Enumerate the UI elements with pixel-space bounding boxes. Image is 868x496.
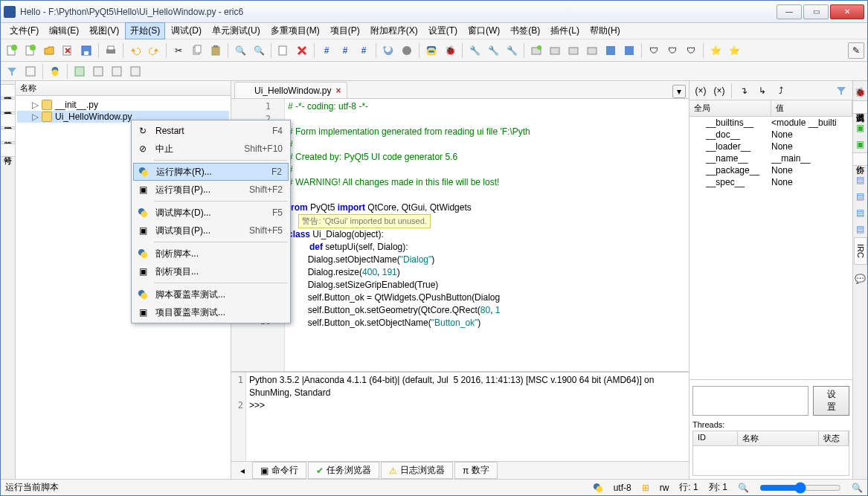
btab-cmd[interactable]: ▣命令行 <box>252 462 306 479</box>
shield3-icon[interactable]: 🛡 <box>683 42 699 59</box>
delete-icon[interactable] <box>294 42 310 59</box>
menu-file[interactable]: 文件(F) <box>5 23 43 39</box>
coop2-icon[interactable]: ▣ <box>852 136 868 152</box>
filter1-icon[interactable] <box>4 63 20 80</box>
bug-icon[interactable]: 🐞 <box>852 84 868 100</box>
find-files-icon[interactable]: 🔍 <box>251 42 267 59</box>
zoom-out-icon[interactable]: 🔍 <box>738 483 749 493</box>
menu-plugins[interactable]: 插件(L) <box>546 23 584 39</box>
variables-list[interactable]: __builtins__<module __builti __doc__None… <box>689 117 852 379</box>
proj2-icon[interactable] <box>547 42 563 59</box>
minimize-button[interactable]: — <box>777 4 802 19</box>
vtab-file-browser[interactable]: 文件浏览器 <box>1 129 16 142</box>
new-icon[interactable] <box>4 42 20 59</box>
menu-coverage-project[interactable]: ▣ 项目覆盖率测试... <box>133 303 289 321</box>
menu-coverage-script[interactable]: 脚本覆盖率测试... <box>133 286 289 303</box>
vtab-coop[interactable]: 协作 <box>852 152 867 166</box>
db3-icon[interactable]: ▤ <box>852 204 868 221</box>
reload-icon[interactable] <box>380 42 396 59</box>
cut-icon[interactable]: ✂ <box>170 42 187 59</box>
bottom-prev-icon[interactable]: ◂ <box>234 463 251 479</box>
menu-run-script[interactable]: 运行脚本(R)...F2 <box>133 163 289 181</box>
menu-run-project[interactable]: ▣ 运行项目(P)...Shift+F2 <box>133 181 289 199</box>
shield2-icon[interactable]: 🛡 <box>664 42 681 59</box>
var-btn1-icon[interactable]: (×) <box>692 83 709 99</box>
comment-toggle-icon[interactable]: # <box>356 42 372 59</box>
tab-dropdown-icon[interactable]: ▾ <box>672 85 686 98</box>
undo-icon[interactable] <box>127 42 144 59</box>
variable-row[interactable]: __builtins__<module __builti <box>689 117 852 129</box>
variable-row[interactable]: __doc__None <box>689 129 852 141</box>
menu-debug-script[interactable]: 调试脚本(D)...F5 <box>133 204 289 222</box>
menu-stop[interactable]: ⊘ 中止Shift+F10 <box>133 140 289 158</box>
step3-icon[interactable]: ⤴ <box>773 83 789 99</box>
tools2-icon[interactable]: 🔧 <box>485 42 501 59</box>
col-thread-name[interactable]: 名称 <box>738 431 819 445</box>
step2-icon[interactable]: ↳ <box>754 83 771 99</box>
menu-restart[interactable]: ↻ RestartF4 <box>133 122 289 140</box>
tools1-icon[interactable]: 🔧 <box>466 42 483 59</box>
menu-debug-project[interactable]: ▣ 调试项目(P)...Shift+F5 <box>133 222 289 239</box>
open-icon[interactable] <box>41 42 57 59</box>
debug-icon[interactable]: 🐞 <box>442 42 458 59</box>
proj4-icon[interactable] <box>584 42 600 59</box>
star-icon[interactable]: ⭐ <box>707 42 724 59</box>
res-icon[interactable] <box>90 63 106 80</box>
save2-icon[interactable] <box>602 42 619 59</box>
menu-multi[interactable]: 多重项目(M) <box>266 23 324 39</box>
filter-icon[interactable] <box>833 83 849 99</box>
tab-close-icon[interactable]: × <box>335 86 341 96</box>
save-icon[interactable] <box>78 42 94 59</box>
tree-item[interactable]: ▷ __init__.py <box>17 99 229 111</box>
proj3-icon[interactable] <box>565 42 582 59</box>
copy-icon[interactable] <box>189 42 205 59</box>
filter2-icon[interactable] <box>22 63 39 80</box>
col-value[interactable]: 值 <box>771 100 853 116</box>
save3-icon[interactable] <box>621 42 637 59</box>
menu-profile-project[interactable]: ▣ 剖析项目... <box>133 263 289 280</box>
trans-icon[interactable] <box>109 63 125 80</box>
newfile-icon[interactable] <box>275 42 292 59</box>
menu-edit[interactable]: 编辑(E) <box>45 23 83 39</box>
status-encoding[interactable]: utf-8 <box>614 483 631 493</box>
vtab-template[interactable]: 模板浏览器 <box>1 114 16 127</box>
uncomment-icon[interactable]: # <box>337 42 353 59</box>
db4-icon[interactable]: ▤ <box>852 221 868 237</box>
console-content[interactable]: Python 3.5.2 |Anaconda 4.1.1 (64-bit)| (… <box>246 373 689 461</box>
menu-start[interactable]: 开始(S) <box>125 22 165 39</box>
coop1-icon[interactable]: ▣ <box>852 120 868 136</box>
close-icon[interactable] <box>60 42 76 59</box>
variable-row[interactable]: __name____main__ <box>689 152 852 164</box>
variable-row[interactable]: __loader__None <box>689 141 852 152</box>
vtab-multi-project[interactable]: 多重项目浏览器 <box>1 99 16 112</box>
menu-view[interactable]: 视图(V) <box>85 23 123 39</box>
db2-icon[interactable]: ▤ <box>852 188 868 204</box>
db1-icon[interactable]: ▤ <box>852 172 868 188</box>
close-button[interactable]: ✕ <box>830 4 864 19</box>
var-btn2-icon[interactable]: (×) <box>711 83 727 99</box>
vtab-symbols[interactable]: 符号 <box>1 144 16 157</box>
py-filter-icon[interactable] <box>47 63 63 80</box>
redo-icon[interactable] <box>146 42 162 59</box>
threads-list[interactable] <box>692 446 849 476</box>
settings-button[interactable]: 设置 <box>813 386 849 416</box>
pencil-icon[interactable]: ✎ <box>848 42 864 59</box>
col-thread-id[interactable]: ID <box>693 431 738 445</box>
code-content[interactable]: # -*- coding: utf-8 -*- # Form implement… <box>285 99 689 371</box>
find-icon[interactable]: 🔍 <box>232 42 248 59</box>
btab-task[interactable]: ✔任务浏览器 <box>308 462 379 479</box>
star2-icon[interactable]: ⭐ <box>726 42 742 59</box>
menu-bookmarks[interactable]: 书签(B) <box>506 23 544 39</box>
paste-icon[interactable] <box>208 42 224 59</box>
menu-unit[interactable]: 单元测试(U) <box>208 23 265 39</box>
vtab-irc[interactable]: IRC <box>854 237 867 265</box>
btab-log[interactable]: ⚠日志浏览器 <box>381 462 453 479</box>
filter-input[interactable] <box>692 386 808 416</box>
menu-project[interactable]: 项目(P) <box>326 23 364 39</box>
code-editor[interactable]: 1234567891112131415161718 ! # -*- coding… <box>231 99 689 372</box>
tools3-icon[interactable]: 🔧 <box>504 42 520 59</box>
col-scope[interactable]: 全局 <box>689 100 771 116</box>
menu-profile-script[interactable]: 剖析脚本... <box>133 245 289 263</box>
variable-row[interactable]: __spec__None <box>689 176 852 188</box>
maximize-button[interactable]: ▭ <box>803 4 829 19</box>
